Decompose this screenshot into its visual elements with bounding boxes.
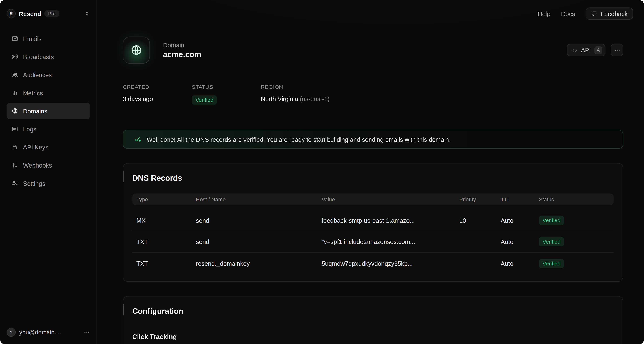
column-priority: Priority bbox=[459, 196, 500, 202]
sidebar-item-api-keys[interactable]: API Keys bbox=[6, 139, 90, 155]
envelope-icon bbox=[12, 35, 18, 42]
list-icon bbox=[12, 126, 18, 132]
status-badge: Verified bbox=[192, 96, 217, 105]
sidebar-item-label: Settings bbox=[23, 180, 45, 187]
domain-meta: CREATED 3 days ago STATUS Verified REGIO… bbox=[123, 84, 623, 105]
cell-value: feedback-smtp.us-east-1.amazo... bbox=[322, 217, 459, 224]
sidebar-item-label: Webhooks bbox=[23, 162, 52, 168]
cell-host: resend._domainkey bbox=[196, 260, 322, 267]
table-row: TXT send "v=spf1 include:amazonses.com..… bbox=[132, 231, 614, 253]
sidebar-item-webhooks[interactable]: Webhooks bbox=[6, 157, 90, 174]
column-value: Value bbox=[322, 196, 459, 202]
sidebar-item-emails[interactable]: Emails bbox=[6, 30, 90, 47]
region-code: (us-east-1) bbox=[300, 96, 330, 102]
plan-badge: Pro bbox=[44, 10, 59, 17]
status-badge: Verified bbox=[539, 216, 564, 225]
dns-table-body: MX send feedback-smtp.us-east-1.amazo...… bbox=[132, 210, 614, 281]
banner-text: Well done! All the DNS records are verif… bbox=[146, 136, 450, 143]
click-tracking-label: Click Tracking bbox=[132, 333, 614, 340]
created-value: 3 days ago bbox=[123, 96, 192, 102]
cell-priority: 10 bbox=[459, 217, 500, 224]
configuration-title: Configuration bbox=[132, 307, 614, 316]
sidebar-item-domains[interactable]: Domains bbox=[6, 103, 90, 119]
dns-table-header: Type Host / Name Value Priority TTL Stat… bbox=[132, 194, 614, 205]
sidebar-item-broadcasts[interactable]: Broadcasts bbox=[6, 48, 90, 65]
arrows-up-down-icon bbox=[12, 162, 18, 168]
app-window: R Resend Pro Emails Broadcasts bbox=[0, 0, 644, 344]
column-ttl: TTL bbox=[501, 196, 539, 202]
region-label: REGION bbox=[261, 84, 330, 90]
sidebar-item-audiences[interactable]: Audiences bbox=[6, 66, 90, 83]
feedback-button[interactable]: Feedback bbox=[586, 7, 633, 20]
sidebar-item-metrics[interactable]: Metrics bbox=[6, 85, 90, 101]
column-type: Type bbox=[136, 196, 196, 202]
feedback-label: Feedback bbox=[600, 10, 628, 17]
chevron-up-down-icon bbox=[84, 11, 90, 16]
domain-header: Domain acme.com API A bbox=[123, 36, 623, 64]
sidebar-item-label: Logs bbox=[23, 126, 36, 132]
check-sparkle-icon bbox=[134, 136, 141, 143]
sidebar-item-label: Audiences bbox=[23, 71, 52, 78]
lock-icon bbox=[12, 144, 18, 150]
cell-value: 5uqmdw7qpxudkyvdonqzy35kp... bbox=[322, 260, 459, 267]
cell-ttl: Auto bbox=[501, 217, 539, 224]
api-button-label: API bbox=[581, 47, 591, 54]
region-value: North Virginia (us-east-1) bbox=[261, 96, 330, 102]
resend-logo: R bbox=[6, 9, 16, 18]
cell-ttl: Auto bbox=[501, 238, 539, 245]
sidebar: R Resend Pro Emails Broadcasts bbox=[0, 0, 97, 344]
sidebar-item-label: Metrics bbox=[23, 89, 43, 96]
table-row: MX send feedback-smtp.us-east-1.amazo...… bbox=[132, 210, 614, 231]
api-button[interactable]: API A bbox=[567, 44, 606, 56]
cell-type: TXT bbox=[136, 238, 196, 245]
cell-type: TXT bbox=[136, 260, 196, 267]
cell-type: MX bbox=[136, 217, 196, 224]
globe-icon bbox=[12, 108, 18, 114]
topbar: Help Docs Feedback bbox=[97, 0, 644, 20]
users-icon bbox=[12, 72, 18, 78]
docs-link[interactable]: Docs bbox=[561, 10, 575, 17]
ellipsis-icon[interactable] bbox=[84, 329, 90, 336]
chat-bubble-icon bbox=[591, 10, 598, 17]
dns-records-title: DNS Records bbox=[132, 174, 614, 183]
globe-icon bbox=[130, 44, 142, 56]
created-label: CREATED bbox=[123, 84, 192, 90]
configuration-card: Configuration Click Tracking bbox=[123, 296, 623, 344]
sidebar-item-logs[interactable]: Logs bbox=[6, 121, 90, 137]
dns-records-card: DNS Records Type Host / Name Value Prior… bbox=[123, 163, 623, 282]
main-content: Help Docs Feedback Domain acme.com bbox=[97, 0, 644, 344]
user-email: you@domain.... bbox=[19, 329, 61, 336]
workspace-name: Resend bbox=[19, 10, 41, 17]
workspace-switcher[interactable]: R Resend Pro bbox=[6, 9, 90, 18]
status-badge: Verified bbox=[539, 237, 564, 246]
sliders-icon bbox=[12, 180, 18, 186]
help-link[interactable]: Help bbox=[538, 10, 550, 17]
sidebar-nav: Emails Broadcasts Audiences Metrics bbox=[6, 30, 90, 192]
page-title: acme.com bbox=[163, 50, 201, 59]
domain-eyebrow: Domain bbox=[163, 41, 201, 48]
cell-value: "v=spf1 include:amazonses.com... bbox=[322, 238, 459, 245]
column-host: Host / Name bbox=[196, 196, 322, 202]
table-row: TXT resend._domainkey 5uqmdw7qpxudkyvdon… bbox=[132, 253, 614, 274]
sidebar-item-label: Emails bbox=[23, 35, 42, 42]
api-shortcut-key: A bbox=[594, 46, 602, 54]
cell-host: send bbox=[196, 238, 322, 245]
more-options-button[interactable] bbox=[611, 44, 623, 56]
sidebar-item-label: Domains bbox=[23, 107, 47, 114]
success-banner: Well done! All the DNS records are verif… bbox=[123, 130, 623, 149]
cell-host: send bbox=[196, 217, 322, 224]
user-menu[interactable]: Y you@domain.... bbox=[6, 328, 90, 337]
broadcast-icon bbox=[12, 54, 18, 60]
bar-chart-icon bbox=[12, 90, 18, 96]
sidebar-item-label: Broadcasts bbox=[23, 53, 54, 60]
column-status: Status bbox=[539, 196, 610, 202]
code-icon bbox=[572, 47, 578, 53]
sidebar-item-label: API Keys bbox=[23, 144, 48, 150]
cell-ttl: Auto bbox=[501, 260, 539, 267]
status-label: STATUS bbox=[192, 84, 261, 90]
ellipsis-icon bbox=[614, 47, 620, 53]
avatar: Y bbox=[6, 328, 16, 337]
status-badge: Verified bbox=[539, 259, 564, 268]
sidebar-item-settings[interactable]: Settings bbox=[6, 175, 90, 192]
domain-avatar bbox=[123, 36, 150, 64]
